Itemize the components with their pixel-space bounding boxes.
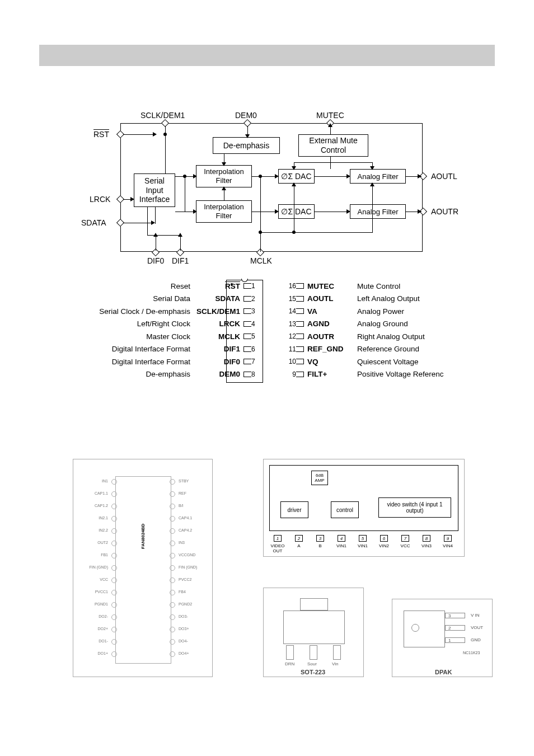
label-rst: RST — [93, 130, 109, 139]
pin-desc-left: Reset — [84, 282, 196, 290]
pin-icon — [170, 565, 175, 571]
label-dem0: DEM0 — [235, 111, 257, 120]
pin-name-left: DIF0 — [196, 358, 243, 366]
pin-icon — [111, 651, 117, 657]
pin-icon — [170, 627, 175, 632]
arrow — [147, 235, 181, 236]
pin-desc-right: Positive Voltage Referenc — [352, 370, 476, 378]
pin-label: DO3- — [179, 614, 188, 618]
pin-pad-icon — [243, 372, 251, 377]
arrow — [155, 207, 156, 224]
pinout-table: Reset RST 1 16 MUTEC Mute Control Serial… — [84, 280, 476, 381]
pin-num-right: 13 — [286, 320, 296, 328]
pin-desc-left: Master Clock — [84, 332, 196, 341]
arrowhead-icon — [275, 209, 279, 214]
pin-icon — [111, 541, 117, 546]
pin-number-box: 6 — [380, 535, 388, 542]
pin-label: PGND2 — [179, 602, 192, 606]
arrowhead-icon — [370, 166, 374, 170]
pin-num-left: 2 — [251, 295, 261, 303]
pin-name-right: FILT+ — [304, 370, 352, 378]
label-lrck: LRCK — [90, 195, 110, 204]
thumb-dpak: 3 2 1 V IN VOUT GND NC11K23 DPAK — [392, 599, 493, 677]
pin-icon — [170, 541, 175, 546]
pin-desc-left: Digital Interface Format — [84, 345, 196, 353]
pin-label: DO2- — [80, 614, 108, 618]
pin-label: IN2.2 — [80, 528, 108, 532]
arrowhead-icon — [222, 162, 226, 166]
pin-icon — [111, 553, 117, 558]
pin-num-left: 4 — [251, 320, 261, 328]
pin-pad-icon — [296, 359, 304, 364]
pin-label: GND — [471, 637, 481, 642]
pin-name-left: DEM0 — [196, 370, 243, 378]
pin-icon — [170, 553, 175, 558]
pin-label: DO1+ — [80, 651, 108, 655]
pin-pad-icon — [243, 334, 251, 339]
pin-num: 3 — [448, 613, 451, 618]
label-sclk-dem1: SCLK/DEM1 — [140, 111, 185, 120]
arrowhead-icon — [292, 166, 296, 170]
arrow — [315, 212, 349, 212]
pin-pad-icon — [296, 334, 304, 339]
pin-desc-left: Serial Clock / De-emphasis — [84, 307, 196, 316]
box-6db-amp: 6dB AMP — [311, 471, 328, 485]
pin-row: Digital Interface Format DIF0 7 10 VQ Qu… — [84, 355, 476, 368]
pin-label: CAP4.1 — [179, 516, 192, 520]
pin-icon — [170, 516, 175, 522]
pin-label: CAP1.2 — [80, 504, 108, 508]
arrow — [330, 126, 331, 134]
arrowhead-icon — [328, 123, 332, 127]
pin-label: VIN3 — [416, 543, 437, 548]
arrowhead-icon — [130, 197, 134, 201]
package-hole-icon — [411, 624, 419, 632]
box-control: control — [331, 501, 359, 518]
package-leg — [286, 645, 294, 660]
pin-label: VCC — [80, 577, 108, 581]
box-serial-input-interface: Serial Input Interface — [134, 173, 175, 207]
label-mutec: MUTEC — [316, 111, 344, 120]
arrow — [123, 134, 154, 135]
pin-name-left: SDATA — [196, 294, 243, 303]
pin-pad-icon — [296, 346, 304, 352]
pin-pad-icon — [243, 296, 251, 302]
arrow — [315, 176, 349, 177]
pin-num-right: 11 — [286, 345, 296, 353]
pin-num-right: 14 — [286, 307, 296, 315]
pin-label: DO4+ — [179, 651, 189, 655]
pin-desc-left: De-emphasis — [84, 370, 196, 378]
pin-label: DO1- — [80, 639, 108, 643]
package-body — [404, 611, 445, 647]
pin-label: FB1 — [80, 553, 108, 557]
pin-label: Vin — [332, 661, 338, 666]
pin-label: Sour — [307, 661, 317, 666]
pin-label: DO4- — [179, 639, 188, 643]
pin-number-box: 3 — [316, 535, 324, 542]
arrow — [180, 235, 181, 251]
package-leg — [310, 645, 317, 660]
arrowhead-icon — [292, 182, 296, 186]
pin-pad-icon — [296, 308, 304, 314]
pin-name-left: RST — [196, 282, 243, 290]
pin-desc-left: Digital Interface Format — [84, 358, 196, 366]
pin-label: VCCGND — [179, 553, 195, 557]
pin-icon — [170, 614, 175, 620]
arrowhead-icon — [418, 209, 421, 214]
arrowhead-icon — [275, 174, 279, 179]
arrowhead-icon — [346, 174, 350, 179]
pin-icon — [170, 639, 175, 645]
pin-num: 2 — [448, 626, 451, 631]
arrowhead-icon — [346, 209, 350, 214]
label-aoutl: AOUTL — [431, 172, 457, 181]
pin-label: A — [289, 543, 309, 548]
pin-name-right: VQ — [304, 358, 352, 366]
pin-desc-right: Left Analog Output — [352, 294, 476, 303]
chip-part-number: FAN8024BD — [140, 524, 146, 549]
pin-num-left: 8 — [251, 370, 261, 378]
pin-num-right: 10 — [286, 358, 296, 365]
arrowhead-icon — [418, 174, 421, 179]
pin-row: Reset RST 1 16 MUTEC Mute Control — [84, 280, 476, 293]
pin-label: PGND1 — [80, 602, 108, 606]
pin-pad-icon — [243, 308, 251, 314]
box-interpolation-filter-2: Interpolation Filter — [196, 200, 252, 223]
